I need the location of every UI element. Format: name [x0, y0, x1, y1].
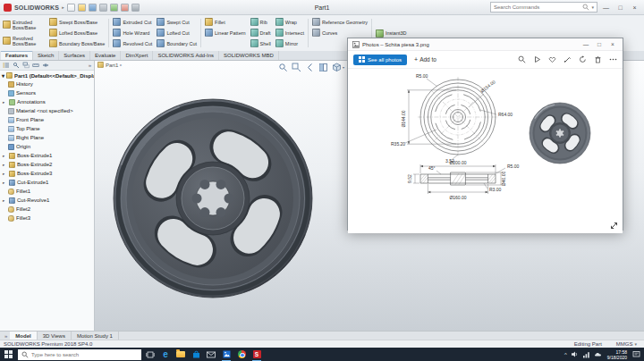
taskbar-icon-edge[interactable]: e — [159, 348, 172, 361]
tree-item-sensors[interactable]: Sensors — [1, 88, 94, 97]
volume-icon[interactable] — [571, 350, 579, 358]
rebuild-icon[interactable] — [121, 4, 129, 12]
tree-item-cut-extrude1[interactable]: Cut-Extrude1 — [1, 178, 94, 187]
new-document-icon[interactable] — [67, 4, 75, 12]
tree-item-right-plane[interactable]: Right Plane — [1, 133, 94, 142]
tree-item-fillet2[interactable]: Fillet2 — [1, 205, 94, 214]
collapse-arrow-icon[interactable] — [2, 72, 4, 79]
tree-item-history[interactable]: History — [1, 80, 94, 88]
ribbon-button-hole-wizard[interactable]: Hole Wizard — [111, 28, 154, 38]
ribbon-button-fillet[interactable]: Fillet — [203, 17, 248, 27]
close-button[interactable] — [629, 1, 640, 14]
tray-expand-icon[interactable] — [564, 352, 567, 357]
ribbon-button-linear-pattern[interactable]: Linear Pattern — [203, 28, 248, 38]
feature-tree-root[interactable]: Part1 (Default<<Default>_Display Sta — [0, 71, 94, 80]
property-manager-tab-icon[interactable] — [13, 62, 20, 69]
tab-features[interactable]: Features — [1, 51, 33, 60]
taskbar-icon-file-explorer[interactable] — [174, 348, 187, 361]
tab-solidworks-mbd[interactable]: SOLIDWORKS MBD — [219, 51, 279, 60]
taskbar-icon-chrome[interactable] — [235, 348, 248, 361]
tree-item-fillet3[interactable]: Fillet3 — [1, 214, 94, 222]
panel-expand-icon[interactable] — [89, 63, 91, 68]
options-icon[interactable] — [131, 4, 140, 12]
taskbar-icon-photos[interactable] — [220, 348, 233, 361]
add-to-button[interactable]: Add to — [414, 56, 436, 63]
taskbar-search[interactable] — [18, 349, 141, 360]
ribbon-button-rib[interactable]: Rib — [249, 17, 273, 27]
open-icon[interactable] — [78, 4, 86, 12]
command-search[interactable] — [490, 2, 597, 13]
taskbar-icon-store[interactable] — [190, 348, 202, 361]
ribbon-button-revolved-boss-base[interactable]: Revolved Boss/Base — [1, 33, 47, 48]
taskbar-search-input[interactable] — [31, 352, 138, 357]
ribbon-button-extruded-cut[interactable]: Extruded Cut — [111, 17, 154, 27]
ribbon-button-shell[interactable]: Shell — [249, 38, 273, 48]
photos-maximize-button[interactable] — [594, 38, 605, 50]
tab-solidworks-add-ins[interactable]: SOLIDWORKS Add-Ins — [153, 51, 219, 60]
ribbon-button-swept-cut[interactable]: Swept Cut — [155, 17, 199, 27]
photos-close-button[interactable] — [607, 38, 618, 50]
ribbon-button-swept-boss-base[interactable]: Swept Boss/Base — [47, 17, 106, 27]
photo-viewer[interactable]: Ø144.00 R5.00 Ø154.00 R64.00 R35.20 3.52 — [348, 69, 623, 233]
taskbar-icon-solidworks[interactable]: S — [250, 348, 263, 361]
photos-minimize-button[interactable] — [580, 38, 591, 50]
ribbon-button-intersect[interactable]: Intersect — [274, 28, 306, 38]
previous-view-button[interactable] — [305, 63, 315, 72]
tree-item-boss-extrude3[interactable]: Boss-Extrude3 — [1, 169, 94, 178]
expand-arrow-icon[interactable] — [3, 154, 7, 158]
tree-item-fillet1[interactable]: Fillet1 — [1, 187, 94, 196]
unit-system-selector[interactable]: MMGS — [616, 341, 637, 347]
tab-dimxpert[interactable]: DimXpert — [121, 51, 153, 60]
section-view-button[interactable] — [318, 63, 328, 72]
display-manager-tab-icon[interactable] — [42, 62, 49, 69]
ribbon-button-boundary-boss-base[interactable]: Boundary Boss/Base — [47, 38, 106, 48]
network-icon[interactable] — [582, 350, 590, 358]
print-icon[interactable] — [99, 4, 107, 12]
feature-tree-tab-icon[interactable] — [3, 62, 10, 69]
slideshow-icon[interactable] — [533, 55, 541, 63]
zoom-icon[interactable] — [518, 55, 526, 63]
configuration-manager-tab-icon[interactable] — [22, 62, 30, 69]
ribbon-button-boundary-cut[interactable]: Boundary Cut — [155, 38, 199, 48]
photos-titlebar[interactable]: Photos – Schita piesa 3.png — [348, 38, 623, 51]
expand-arrow-icon[interactable] — [3, 100, 7, 105]
minimize-button[interactable] — [600, 1, 612, 14]
onedrive-icon[interactable] — [594, 350, 602, 358]
tab-3d-views[interactable]: 3D Views — [38, 332, 72, 340]
ribbon-button-lofted-cut[interactable]: Lofted Cut — [155, 28, 199, 38]
ribbon-button-mirror[interactable]: Mirror — [274, 38, 306, 48]
view-orientation-button[interactable] — [332, 63, 344, 72]
tab-motion-study-1[interactable]: Motion Study 1 — [72, 332, 119, 340]
ribbon-button-wrap[interactable]: Wrap — [274, 17, 306, 27]
expand-arrow-icon[interactable] — [3, 180, 7, 185]
edit-icon[interactable] — [564, 55, 572, 63]
command-search-input[interactable] — [494, 4, 580, 10]
dimxpert-manager-tab-icon[interactable] — [32, 62, 39, 69]
taskbar-icon-mail[interactable] — [205, 348, 217, 361]
ribbon-button-lofted-boss-base[interactable]: Lofted Boss/Base — [47, 28, 106, 38]
tab-sketch[interactable]: Sketch — [33, 51, 59, 60]
flyout-expand-icon[interactable] — [120, 63, 122, 67]
start-button[interactable] — [2, 348, 15, 361]
ribbon-button-instant3d[interactable]: Instant3D — [374, 29, 409, 38]
resize-handle-icon[interactable] — [610, 222, 618, 230]
favorite-icon[interactable] — [548, 55, 556, 63]
expand-arrow-icon[interactable] — [3, 172, 7, 176]
tree-item-front-plane[interactable]: Front Plane — [1, 115, 94, 124]
ribbon-button-reference-geometry[interactable]: Reference Geometry — [310, 17, 369, 27]
flyout-tree-header[interactable]: Part1 — [97, 62, 122, 68]
tree-item-boss-extrude2[interactable]: Boss-Extrude2 — [1, 160, 94, 169]
tree-item-top-plane[interactable]: Top Plane — [1, 124, 94, 133]
ribbon-button-curves[interactable]: Curves — [310, 28, 369, 38]
search-scope-caret-icon[interactable] — [591, 4, 594, 10]
undo-icon[interactable] — [110, 4, 118, 12]
tree-item-material[interactable]: Material <not specified> — [1, 106, 94, 115]
task-view-button[interactable] — [144, 348, 157, 361]
expand-arrow-icon[interactable] — [3, 198, 7, 203]
tab-evaluate[interactable]: Evaluate — [90, 51, 121, 60]
tree-item-origin[interactable]: Origin — [1, 142, 94, 151]
zoom-area-button[interactable] — [292, 63, 301, 72]
taskbar-clock[interactable]: 17:58 9/18/2020 — [606, 349, 629, 360]
tree-item-annotations[interactable]: Annotations — [1, 97, 94, 106]
see-all-photos-button[interactable]: See all photos — [353, 55, 407, 65]
